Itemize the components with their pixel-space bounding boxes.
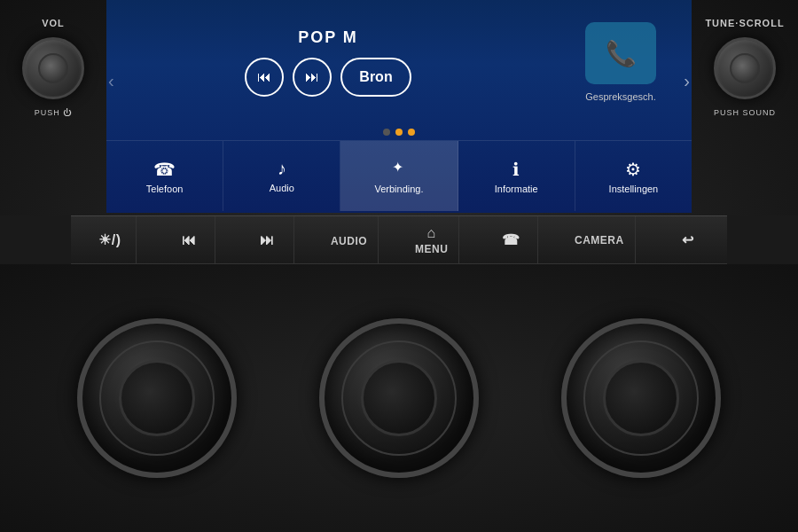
media-section: POP M ⏮ ⏭ Bron [106, 0, 550, 124]
dot-1 [383, 129, 390, 136]
vent-ring-left [99, 340, 215, 456]
vent-right [561, 318, 721, 478]
push-label: PUSH ⏻ [35, 108, 73, 117]
bron-button[interactable]: Bron [340, 58, 411, 97]
dot-3 [408, 129, 415, 136]
brightness-button[interactable]: ☀/) [83, 216, 137, 263]
nav-audio[interactable]: ♪ Audio [223, 141, 340, 211]
informatie-label: Informatie [495, 184, 538, 194]
vent-ring-right [583, 340, 699, 456]
side-panel-left [0, 215, 71, 269]
vent-center [319, 318, 479, 478]
dot-2 [395, 129, 403, 136]
fastforward-button[interactable]: ⏭ [293, 58, 332, 97]
prev-track-icon: ⏮ [182, 232, 197, 248]
playback-controls: ⏮ ⏭ Bron [245, 58, 411, 97]
push-sound-label: PUSH SOUND [714, 108, 776, 117]
back-icon: ↩ [682, 231, 694, 248]
prev-track-button[interactable]: ⏮ [162, 216, 215, 263]
phone-section: 📞 Gespreksgesch. [550, 0, 692, 124]
verbinding-icon: ✦ [390, 158, 408, 180]
car-console: VOL PUSH ⏻ TUNE·SCROLL PUSH SOUND POP M … [0, 0, 798, 532]
next-track-icon: ⏭ [260, 232, 275, 248]
audio-label: Audio [270, 183, 294, 193]
radio-station: POP M [298, 28, 358, 47]
nav-instellingen[interactable]: ⚙ Instellingen [575, 141, 692, 211]
audio-icon: ♪ [278, 159, 286, 179]
phone-icon-box[interactable]: 📞 [585, 22, 656, 84]
screen-prev-arrow[interactable]: ‹ [108, 71, 114, 91]
audio-button-label: AUDIO [331, 235, 367, 247]
nav-verbinding[interactable]: ✦ Verbinding. [340, 141, 458, 211]
vol-label: VOL [42, 18, 65, 28]
tune-scroll-label: TUNE·SCROLL [705, 18, 784, 28]
screen-top: POP M ⏮ ⏭ Bron 📞 Gespreksgesch. [106, 0, 692, 124]
side-panel-right [727, 215, 798, 269]
vol-knob[interactable] [22, 37, 84, 99]
menu-button[interactable]: ⌂ MENU [404, 216, 459, 263]
screen-next-arrow[interactable]: › [684, 71, 690, 91]
nav-telefoon[interactable]: ☎ Telefoon [106, 141, 223, 211]
brightness-icon: ☀/) [98, 231, 121, 248]
vents-area [0, 264, 798, 532]
home-icon: ⌂ [427, 225, 436, 241]
phone-icon: 📞 [606, 39, 637, 68]
physical-buttons-row: ☀/) ⏮ ⏭ AUDIO ⌂ MENU ☎ CAMERA ↩ [71, 215, 727, 264]
rewind-button[interactable]: ⏮ [245, 58, 284, 97]
vent-left [77, 318, 237, 478]
right-knob-area: TUNE·SCROLL PUSH SOUND [692, 0, 798, 248]
page-indicator [106, 124, 692, 140]
screen-nav: ☎ Telefoon ♪ Audio ✦ Verbinding. ℹ Infor… [106, 140, 692, 211]
telefoon-icon: ☎ [153, 159, 176, 180]
telefoon-label: Telefoon [146, 184, 184, 194]
infotainment-screen: POP M ⏮ ⏭ Bron 📞 Gespreksgesch. [106, 0, 692, 213]
menu-button-label: MENU [415, 243, 448, 255]
tune-scroll-knob[interactable] [714, 37, 776, 99]
instellingen-label: Instellingen [609, 184, 659, 194]
call-button[interactable]: ☎ [485, 216, 538, 263]
gespreks-label: Gespreksgesch. [585, 91, 655, 102]
nav-informatie[interactable]: ℹ Informatie [458, 141, 575, 211]
call-icon: ☎ [502, 231, 520, 248]
informatie-icon: ℹ [512, 159, 520, 180]
instellingen-icon: ⚙ [625, 159, 641, 180]
audio-button[interactable]: AUDIO [320, 216, 379, 263]
camera-button-label: CAMERA [575, 234, 624, 246]
left-knob-area: VOL PUSH ⏻ [0, 0, 106, 248]
svg-text:✦: ✦ [392, 160, 403, 175]
back-button[interactable]: ↩ [661, 216, 715, 263]
vent-ring-center [341, 340, 457, 456]
next-track-button[interactable]: ⏭ [241, 216, 294, 263]
camera-button[interactable]: CAMERA [564, 216, 636, 263]
verbinding-label: Verbinding. [374, 184, 423, 194]
